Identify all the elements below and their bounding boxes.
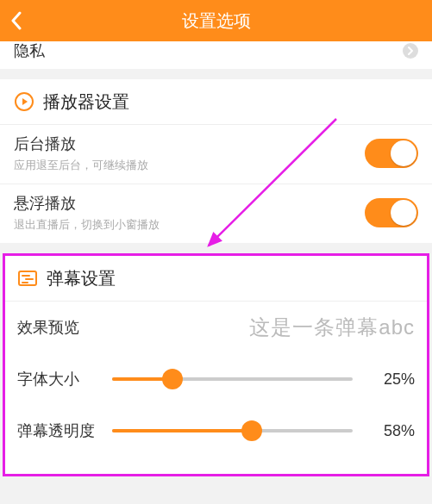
opacity-slider[interactable] — [112, 420, 353, 441]
slider-value: 58% — [366, 422, 415, 440]
svg-point-0 — [403, 43, 418, 59]
chevron-right-icon — [403, 43, 418, 59]
app-header: 设置选项 — [0, 0, 432, 41]
preview-sample-text: 这是一条弹幕abc — [249, 314, 415, 341]
page-title: 设置选项 — [182, 9, 251, 33]
danmu-section-highlight: 弹幕设置 效果预览 这是一条弹幕abc 字体大小 25% 弹幕透明度 58% — [3, 253, 429, 476]
slider-label: 弹幕透明度 — [17, 420, 112, 441]
danmu-section-header: 弹幕设置 — [5, 256, 427, 301]
row-sublabel: 应用退至后台，可继续播放 — [14, 158, 365, 173]
row-label: 后台播放 — [14, 134, 365, 154]
section-gap — [0, 243, 432, 253]
player-section-header: 播放器设置 — [0, 79, 432, 124]
row-label: 隐私 — [14, 41, 45, 60]
row-float-play: 悬浮播放 退出直播后，切换到小窗播放 — [0, 184, 432, 243]
slider-row-font-size: 字体大小 25% — [5, 353, 427, 405]
row-label: 悬浮播放 — [14, 193, 365, 214]
danmu-icon — [17, 268, 38, 289]
settings-row-privacy[interactable]: 隐私 — [0, 41, 432, 69]
svg-marker-2 — [22, 98, 28, 105]
row-sublabel: 退出直播后，切换到小窗播放 — [14, 217, 365, 233]
font-size-slider[interactable] — [112, 369, 353, 389]
section-gap — [0, 69, 432, 79]
preview-label: 效果预览 — [17, 317, 249, 338]
back-button[interactable] — [10, 0, 22, 41]
slider-label: 字体大小 — [17, 369, 112, 389]
section-title: 弹幕设置 — [47, 267, 116, 290]
chevron-left-icon — [10, 11, 22, 30]
toggle-float-play[interactable] — [365, 198, 418, 227]
row-background-play: 后台播放 应用退至后台，可继续播放 — [0, 125, 432, 184]
toggle-background-play[interactable] — [365, 139, 418, 168]
play-circle-icon — [14, 91, 34, 112]
danmu-preview-row: 效果预览 这是一条弹幕abc — [5, 302, 427, 353]
section-title: 播放器设置 — [43, 90, 129, 114]
slider-value: 25% — [366, 370, 415, 389]
slider-row-opacity: 弹幕透明度 58% — [5, 405, 427, 457]
